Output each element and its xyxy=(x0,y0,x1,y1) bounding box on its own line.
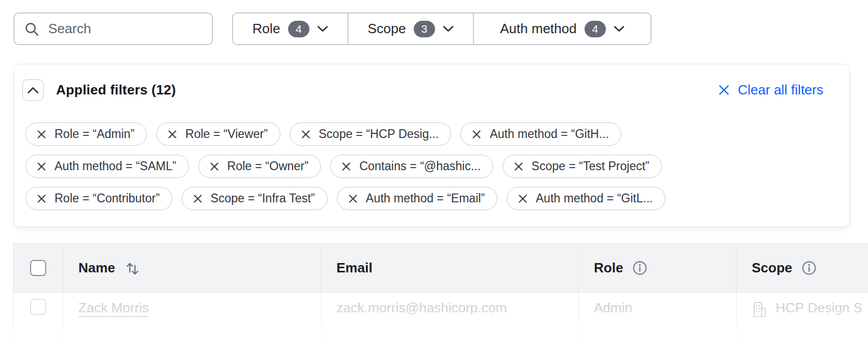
filter-dropdown-scope[interactable]: Scope 3 xyxy=(347,13,473,44)
filter-chip[interactable]: Scope = “Test Project” xyxy=(503,155,662,178)
filter-chip[interactable]: Auth method = “GitL... xyxy=(507,187,666,210)
filter-chip[interactable]: Scope = “HCP Desig... xyxy=(290,122,452,146)
count-badge: 3 xyxy=(414,21,435,37)
chip-label: Role = “Admin” xyxy=(55,127,134,141)
column-header-scope: Scope xyxy=(736,244,868,292)
chip-label: Scope = “Test Project” xyxy=(532,159,649,173)
column-label: Email xyxy=(336,260,372,276)
scope-value: HCP Design S xyxy=(776,300,862,316)
row-checkbox[interactable] xyxy=(30,299,46,315)
info-icon[interactable] xyxy=(632,260,648,276)
count-badge: 4 xyxy=(585,21,606,37)
filter-chip[interactable]: Auth method = “GitH... xyxy=(460,122,621,146)
filter-chip[interactable]: Role = “Contributor” xyxy=(25,187,172,210)
dismiss-icon[interactable] xyxy=(348,194,358,203)
org-building-icon xyxy=(752,301,767,318)
dismiss-icon[interactable] xyxy=(518,194,527,203)
chip-label: Auth method = “GitL... xyxy=(536,191,653,205)
filter-chip[interactable]: Scope = “Infra Test” xyxy=(182,187,328,210)
filter-chip[interactable]: Auth method = “SAML” xyxy=(25,155,189,178)
chip-label: Role = “Contributor” xyxy=(55,191,160,205)
filter-chip[interactable]: Role = “Owner” xyxy=(198,155,321,178)
filter-chip[interactable]: Contains = “@hashic... xyxy=(330,155,493,178)
chip-label: Scope = “HCP Desig... xyxy=(319,127,439,141)
column-header-role: Role xyxy=(578,244,736,292)
search-icon xyxy=(24,21,39,37)
chevron-down-icon xyxy=(443,25,454,32)
chip-row: Role = “Admin” Role = “Viewer” Scope = “… xyxy=(25,122,666,146)
dismiss-icon[interactable] xyxy=(37,130,46,139)
chip-label: Auth method = “GitH... xyxy=(490,127,608,141)
select-all-checkbox[interactable] xyxy=(30,260,46,276)
filter-label: Scope xyxy=(368,21,406,37)
filter-label: Role xyxy=(252,21,280,37)
count-badge: 4 xyxy=(288,21,309,37)
search-input[interactable]: Search xyxy=(13,12,213,45)
scope-cell: HCP Design S xyxy=(736,293,868,358)
role-cell: Admin xyxy=(578,293,736,358)
dismiss-icon[interactable] xyxy=(301,130,310,139)
dismiss-icon[interactable] xyxy=(168,130,177,139)
header-checkbox-cell xyxy=(13,244,63,292)
search-placeholder: Search xyxy=(48,21,91,37)
chip-label: Contains = “@hashic... xyxy=(359,159,481,173)
filter-chip[interactable]: Role = “Viewer” xyxy=(156,122,280,146)
chip-row: Auth method = “SAML” Role = “Owner” Cont… xyxy=(25,155,666,178)
chip-label: Role = “Viewer” xyxy=(185,127,268,141)
applied-filters-title: Applied filters (12) xyxy=(56,82,176,98)
chevron-down-icon xyxy=(317,25,328,32)
dismiss-icon[interactable] xyxy=(472,130,481,139)
page: Search Role 4 Scope 3 Auth method 4 xyxy=(0,0,868,358)
dismiss-icon[interactable] xyxy=(342,162,351,171)
dismiss-icon[interactable] xyxy=(37,162,46,171)
column-label: Role xyxy=(594,260,623,276)
chevron-up-icon xyxy=(27,87,39,94)
column-label: Name xyxy=(78,260,115,276)
chip-row: Role = “Contributor” Scope = “Infra Test… xyxy=(25,187,666,210)
dismiss-icon[interactable] xyxy=(193,194,202,203)
collapse-panel-button[interactable] xyxy=(22,79,44,101)
column-header-name[interactable]: Name xyxy=(63,244,321,292)
dismiss-icon[interactable] xyxy=(514,162,523,171)
filter-dropdown-role[interactable]: Role 4 xyxy=(233,13,347,44)
dismiss-icon[interactable] xyxy=(37,194,46,203)
filter-dropdown-auth-method[interactable]: Auth method 4 xyxy=(473,13,650,44)
chip-label: Role = “Owner” xyxy=(227,159,309,173)
row-checkbox-cell xyxy=(13,293,63,358)
close-icon xyxy=(718,84,730,96)
name-cell: Zack Morris xyxy=(63,293,321,358)
filter-chip[interactable]: Auth method = “Email” xyxy=(337,187,497,210)
filter-chip[interactable]: Role = “Admin” xyxy=(25,122,147,146)
column-label: Scope xyxy=(752,260,792,276)
email-cell: zack.morris@hashicorp.com xyxy=(321,293,578,358)
filter-toolbar: Search Role 4 Scope 3 Auth method 4 xyxy=(13,12,652,45)
table-header-row: Name Email Role xyxy=(13,244,868,293)
filter-label: Auth method xyxy=(500,21,576,37)
dismiss-icon[interactable] xyxy=(210,162,219,171)
info-icon[interactable] xyxy=(801,260,817,276)
column-header-email: Email xyxy=(321,244,578,292)
users-table: Name Email Role xyxy=(13,243,868,358)
applied-filters-header: Applied filters (12) Clear all filters xyxy=(22,79,823,101)
clear-all-filters-button[interactable]: Clear all filters xyxy=(718,82,823,98)
chip-label: Auth method = “SAML” xyxy=(55,159,177,173)
chip-label: Scope = “Infra Test” xyxy=(211,191,315,205)
applied-filter-chips: Role = “Admin” Role = “Viewer” Scope = “… xyxy=(25,122,666,210)
chip-label: Auth method = “Email” xyxy=(366,191,485,205)
user-name-link[interactable]: Zack Morris xyxy=(78,300,149,316)
clear-all-filters-label: Clear all filters xyxy=(738,82,823,98)
chevron-down-icon xyxy=(614,25,625,32)
filter-dropdown-group: Role 4 Scope 3 Auth method 4 xyxy=(232,12,652,45)
applied-filters-panel: Applied filters (12) Clear all filters R… xyxy=(13,64,850,227)
table-row: Zack Morris zack.morris@hashicorp.com Ad… xyxy=(13,293,868,358)
sort-icon[interactable] xyxy=(124,260,140,276)
